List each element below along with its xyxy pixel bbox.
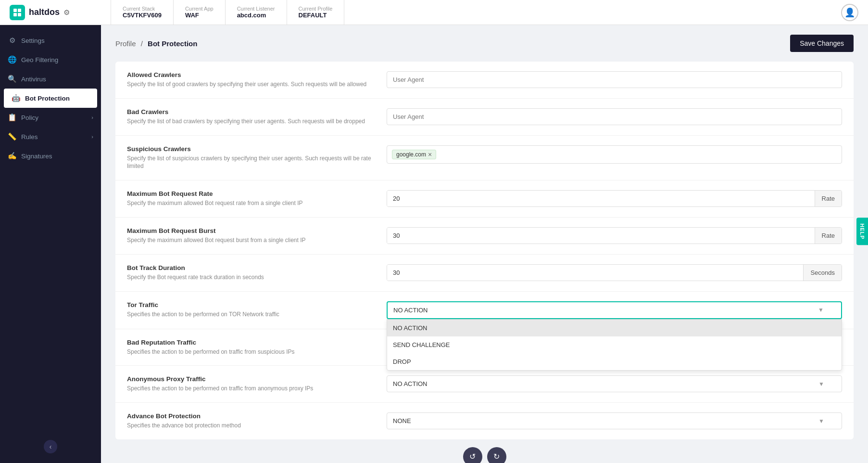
sidebar: ⚙ Settings 🌐 Geo Filtering 🔍 Antivirus 🤖… <box>0 25 101 463</box>
form-row-max-bot-burst: Maximum Bot Request Burst Specify the ma… <box>115 218 854 255</box>
tag-remove-icon[interactable]: × <box>428 151 432 158</box>
form-row-suspicious-crawlers: Suspicious Crawlers Specify the list of … <box>115 136 854 181</box>
bot-icon: 🤖 <box>12 94 20 103</box>
meta-listener-value: abcd.com <box>237 12 275 19</box>
form-row-max-bot-rate: Maximum Bot Request Rate Specify the max… <box>115 180 854 218</box>
form-title-bad-crawlers: Bad Crawlers <box>127 108 377 116</box>
form-title-allowed-crawlers: Allowed Crawlers <box>127 71 377 78</box>
form-row-anonymous-proxy: Anonymous Proxy Traffic Specifies the ac… <box>115 366 854 403</box>
dropdown-item-no-action[interactable]: NO ACTION <box>387 320 842 336</box>
sidebar-item-antivirus[interactable]: 🔍 Antivirus <box>0 69 101 89</box>
undo-button[interactable]: ↺ <box>463 447 482 463</box>
form-desc-anonymous-proxy: Specifies the action to be performed on … <box>127 385 377 393</box>
search-icon: 🔍 <box>8 75 16 83</box>
sidebar-item-policy[interactable]: 📋 Policy › <box>0 108 101 127</box>
allowed-crawlers-input[interactable] <box>387 71 842 88</box>
form-input-max-bot-rate: Rate <box>387 190 842 207</box>
tag-google: google.com × <box>392 150 436 159</box>
rate-suffix-1: Rate <box>815 191 842 206</box>
meta-current-stack: Current Stack C5VTKFV609 <box>111 0 174 25</box>
form-title-anonymous-proxy: Anonymous Proxy Traffic <box>127 375 377 383</box>
form-label-max-bot-burst: Maximum Bot Request Burst Specify the ma… <box>127 227 377 244</box>
tor-traffic-selected-value: NO ACTION <box>393 307 428 314</box>
sidebar-item-settings[interactable]: ⚙ Settings <box>0 31 101 50</box>
meta-app-label: Current App <box>185 6 214 12</box>
form-label-anonymous-proxy: Anonymous Proxy Traffic Specifies the ac… <box>127 375 377 393</box>
input-with-suffix-seconds: Seconds <box>387 264 842 281</box>
form-desc-bot-track-duration: Specify the Bot request rate track durat… <box>127 273 377 282</box>
dropdown-item-send-challenge[interactable]: SEND CHALLENGE <box>387 336 842 353</box>
sidebar-item-settings-label: Settings <box>21 37 45 44</box>
meta-listener-label: Current Listener <box>237 6 275 12</box>
sidebar-item-bot-protection[interactable]: 🤖 Bot Protection <box>4 89 97 108</box>
meta-stack-value: C5VTKFV609 <box>123 12 162 19</box>
tor-traffic-dropdown: NO ACTION SEND CHALLENGE DROP <box>387 319 842 371</box>
form-row-advance-bot: Advance Bot Protection Specifies the adv… <box>115 403 854 439</box>
meta-current-app: Current App WAF <box>174 0 226 25</box>
form-label-max-bot-rate: Maximum Bot Request Rate Specify the max… <box>127 190 377 207</box>
signatures-icon: ✍ <box>8 152 16 160</box>
advance-bot-select[interactable]: NONE ▼ <box>387 412 842 429</box>
form-row-bot-track-duration: Bot Track Duration Specify the Bot reque… <box>115 255 854 292</box>
brand-name: haltdos <box>29 7 60 17</box>
redo-button[interactable]: ↻ <box>487 447 506 463</box>
chevron-right-icon2: › <box>91 134 93 140</box>
sidebar-item-bot-label: Bot Protection <box>25 95 70 102</box>
form-row-tor-traffic: Tor Traffic Specifies the action to be p… <box>115 292 854 329</box>
form-input-bad-crawlers <box>387 108 842 125</box>
form-title-max-bot-rate: Maximum Bot Request Rate <box>127 190 377 197</box>
form-desc-tor-traffic: Specifies the action to be performed on … <box>127 310 377 319</box>
form-input-tor-traffic: NO ACTION ▼ NO ACTION SEND CHALLENGE DRO… <box>387 301 842 319</box>
topbar: haltdos ⚙ Current Stack C5VTKFV609 Curre… <box>0 0 868 25</box>
input-with-suffix-burst: Rate <box>387 227 842 244</box>
collapse-button[interactable]: ‹ <box>44 440 57 453</box>
max-bot-rate-input[interactable] <box>387 191 815 206</box>
form-label-advance-bot: Advance Bot Protection Specifies the adv… <box>127 412 377 430</box>
sidebar-item-geo-filtering[interactable]: 🌐 Geo Filtering <box>0 50 101 69</box>
topbar-meta: Current Stack C5VTKFV609 Current App WAF… <box>111 0 841 25</box>
form-input-allowed-crawlers <box>387 71 842 88</box>
form-desc-advance-bot: Specifies the advance bot protection met… <box>127 422 377 430</box>
dropdown-item-drop[interactable]: DROP <box>387 353 842 370</box>
sidebar-item-signatures[interactable]: ✍ Signatures <box>0 146 101 166</box>
form-desc-bad-reputation: Specifies the action to be performed on … <box>127 348 377 356</box>
meta-profile-value: DEFAULT <box>299 12 333 19</box>
tor-traffic-select[interactable]: NO ACTION ▼ <box>387 301 842 319</box>
gear-icon[interactable]: ⚙ <box>63 8 70 17</box>
form-input-max-bot-burst: Rate <box>387 227 842 244</box>
save-changes-button[interactable]: Save Changes <box>790 35 854 52</box>
anonymous-proxy-select[interactable]: NO ACTION ▼ <box>387 375 842 392</box>
form-label-bad-crawlers: Bad Crawlers Specify the list of bad cra… <box>127 108 377 126</box>
form-title-advance-bot: Advance Bot Protection <box>127 412 377 420</box>
bad-crawlers-input[interactable] <box>387 108 842 125</box>
breadcrumb-current: Bot Protection <box>148 39 197 48</box>
form-desc-suspicious-crawlers: Specify the list of suspicious crawlers … <box>127 154 377 171</box>
svg-rect-2 <box>13 13 17 16</box>
svg-rect-3 <box>18 13 21 16</box>
form-row-bad-crawlers: Bad Crawlers Specify the list of bad cra… <box>115 99 854 136</box>
logo <box>10 5 25 20</box>
form-input-suspicious-crawlers[interactable]: google.com × <box>387 145 842 164</box>
right-panel-label: HELP <box>859 223 865 239</box>
svg-rect-0 <box>13 9 17 12</box>
max-bot-burst-input[interactable] <box>387 228 815 244</box>
chevron-down-icon4: ▼ <box>818 418 824 424</box>
bot-track-duration-input[interactable] <box>387 265 803 281</box>
right-panel-tab[interactable]: HELP <box>856 218 868 245</box>
avatar[interactable]: 👤 <box>841 4 858 21</box>
form-row-allowed-crawlers: Allowed Crawlers Specify the list of goo… <box>115 62 854 99</box>
chevron-right-icon: › <box>91 115 93 120</box>
policy-icon: 📋 <box>8 113 16 122</box>
form-title-tor-traffic: Tor Traffic <box>127 301 377 309</box>
meta-stack-label: Current Stack <box>123 6 162 12</box>
sidebar-item-antivirus-label: Antivirus <box>21 76 46 83</box>
sidebar-item-rules[interactable]: 📏 Rules › <box>0 127 101 146</box>
form-input-anonymous-proxy: NO ACTION ▼ <box>387 375 842 392</box>
bottom-toolbar: ↺ ↻ <box>115 439 854 463</box>
form-title-max-bot-burst: Maximum Bot Request Burst <box>127 227 377 234</box>
brand: haltdos ⚙ <box>10 5 111 20</box>
anonymous-proxy-selected-value: NO ACTION <box>393 380 428 387</box>
form-card: Allowed Crawlers Specify the list of goo… <box>115 62 854 439</box>
chevron-down-icon: ▼ <box>818 307 824 313</box>
svg-rect-1 <box>18 9 21 12</box>
